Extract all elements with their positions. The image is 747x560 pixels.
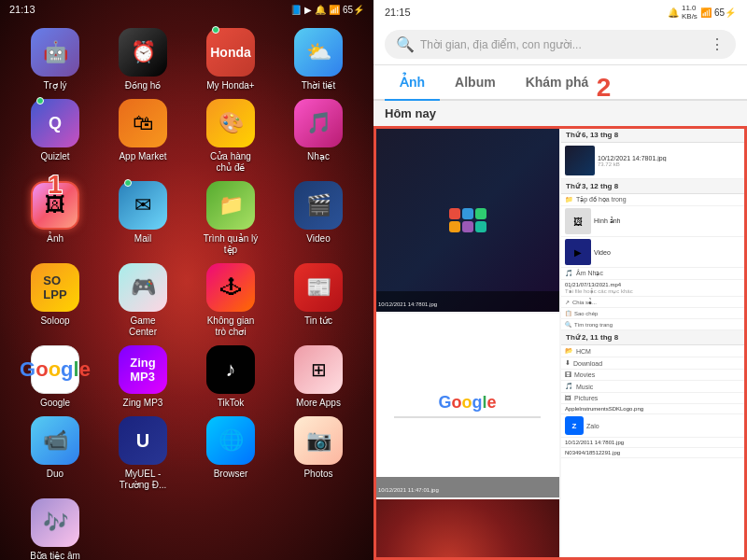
folder-music[interactable]: 🎵 Music [561, 381, 745, 393]
app-label-clock: Đồng hồ [125, 80, 162, 91]
app-soloop[interactable]: SOLPP Soloop [15, 263, 95, 338]
app-label-news: Tin tức [304, 315, 332, 327]
app-label-duo: Duo [47, 469, 63, 480]
tab-anh[interactable]: Ảnh [385, 65, 440, 101]
tab-album[interactable]: Album [440, 65, 511, 101]
app-icon-chude[interactable]: 🎨 [206, 99, 255, 147]
app-bua[interactable]: 🎶 Bữa tiệc âm nhạc [15, 498, 95, 560]
tab-khamppha[interactable]: Khám phá 2 [511, 65, 604, 101]
app-tiktok[interactable]: ♪ TikTok [190, 345, 271, 409]
folder-movies[interactable]: 🎞 Movies [561, 370, 745, 381]
left-photo-column: 10/12/2021 14:7801.jpg Google 10/12/2021… [375, 128, 559, 560]
moreapps-icon: ⊞ [311, 358, 327, 381]
app-icon-news[interactable]: 📰 [294, 263, 343, 312]
photo-cell-1[interactable]: 10/12/2021 14:7801.jpg [375, 128, 559, 312]
photo-cell-3[interactable] [375, 499, 559, 560]
app-icon-soloop[interactable]: SOLPP [31, 263, 79, 312]
file-item-zalo[interactable]: Z Zalo [561, 414, 745, 438]
date-header-3: Thứ 2, 11 thg 8 [561, 330, 745, 345]
app-chude[interactable]: 🎨 Cửa hàng chủ đề [190, 99, 271, 174]
file-item-img1[interactable]: 10/12/2011 14:7801.jpg [561, 438, 745, 448]
file-name-hinh: Hình ảnh [594, 217, 741, 225]
app-icon-google[interactable]: Google [31, 345, 79, 394]
app-icon-space[interactable]: 🕹 [206, 263, 255, 312]
app-label-browser: Browser [214, 469, 248, 480]
app-icon-honda[interactable]: Honda [206, 28, 255, 77]
file-item-mp4[interactable]: 01/21/07/13/2021.mp4 Tải file hoặc các m… [561, 280, 745, 297]
app-icon-assistant[interactable]: 🤖 [31, 28, 79, 77]
file-item-search[interactable]: 🔍 Tìm trong trang [561, 319, 745, 330]
app-icon-moreapps[interactable]: ⊞ [294, 345, 343, 394]
file-item-copy[interactable]: 📋 Sao chép [561, 308, 745, 319]
file-item-share[interactable]: ↗ Chia sẻ... [561, 297, 745, 308]
app-space[interactable]: 🕹 Không gian trò chơi [190, 263, 271, 338]
file-item-video[interactable]: ▶ Video [561, 237, 745, 268]
app-label-soloop: Soloop [40, 315, 69, 327]
app-appmarket[interactable]: 🛍 App Market [103, 99, 183, 174]
app-photos-highlighted[interactable]: 1 🖼 Ảnh [15, 181, 95, 256]
app-label-assistant: Trợ lý [43, 80, 66, 91]
app-duo[interactable]: 📹 Duo [15, 416, 95, 491]
folder-download[interactable]: ⬇ Download [561, 357, 745, 370]
app-icon-tiktok[interactable]: ♪ [206, 345, 255, 394]
file-item-img2[interactable]: N03494/18512291.jpg [561, 448, 745, 458]
app-icon-bua[interactable]: 🎶 [31, 498, 79, 547]
app-zing[interactable]: ZingMP3 Zing MP3 [103, 345, 183, 409]
media-icon: ▶ [304, 5, 312, 15]
app-icon-photos2[interactable]: 📷 [294, 416, 343, 465]
photo-cell-2[interactable]: Google 10/12/2021 11:47:01.jpg [375, 314, 559, 497]
section-header-tap: 📁 Tập đồ họa trong [561, 194, 745, 206]
app-icon-mail[interactable]: ✉ [119, 181, 167, 230]
app-icon-browser[interactable]: 🌐 [206, 416, 255, 465]
assistant-icon: 🤖 [43, 40, 68, 64]
app-icon-weather[interactable]: ⛅ [294, 28, 343, 77]
app-myuel[interactable]: U MyUEL - Trường Đ... [103, 416, 183, 491]
app-google[interactable]: Google Google [15, 345, 95, 409]
app-weather[interactable]: ⛅ Thời tiết [278, 28, 359, 91]
app-icon-appmarket[interactable]: 🛍 [119, 99, 167, 147]
tiktok-icon: ♪ [226, 357, 236, 382]
app-nhac[interactable]: 🎵 Nhạc [278, 99, 359, 174]
app-icon-zing[interactable]: ZingMP3 [119, 345, 167, 394]
app-video[interactable]: 🎬 Video [278, 181, 359, 256]
app-icon-duo[interactable]: 📹 [31, 416, 79, 465]
app-icon-clock[interactable]: ⏰ [119, 28, 167, 77]
app-assistant[interactable]: 🤖 Trợ lý [15, 28, 95, 91]
date-header-2: Thứ 3, 12 thg 8 [561, 179, 745, 194]
search-placeholder-text: Thời gian, địa điểm, con người... [420, 38, 704, 51]
quizlet-icon: Q [49, 114, 62, 133]
file-thumb-1 [565, 146, 595, 175]
app-mail[interactable]: ✉ Mail [103, 181, 183, 256]
app-game[interactable]: 🎮 Game Center [103, 263, 183, 338]
clock-icon: ⏰ [131, 40, 156, 64]
app-moreapps[interactable]: ⊞ More Apps [278, 345, 359, 409]
app-quizlet[interactable]: Q Quizlet [15, 99, 95, 174]
mail-icon: ✉ [134, 193, 151, 217]
folder-pictures[interactable]: 🖼 Pictures [561, 393, 745, 404]
folder-hcm[interactable]: 📂 HCM [561, 345, 745, 357]
file-apple[interactable]: AppleInstrumentsSDKLogo.png [561, 404, 745, 414]
file-item-1[interactable]: 10/12/2021 14:7801.jpg 73.72 kB [561, 143, 745, 179]
app-icon-quizlet[interactable]: Q [31, 99, 79, 147]
app-icon-nhac[interactable]: 🎵 [294, 99, 343, 147]
file-name-video: Video [594, 249, 741, 256]
status-bar-left: 21:13 📘 ▶ 🔔 📶 65⚡ [0, 0, 374, 19]
photos-grid-container: 10/12/2021 14:7801.jpg Google 10/12/2021… [374, 126, 747, 560]
app-label-file: Trình quản lý tệp [203, 233, 259, 256]
app-browser[interactable]: 🌐 Browser [190, 416, 271, 491]
music-folder-icon: 🎵 [565, 270, 573, 277]
app-file[interactable]: 📁 Trình quản lý tệp [190, 181, 271, 256]
app-news[interactable]: 📰 Tin tức [278, 263, 359, 338]
app-icon-game[interactable]: 🎮 [119, 263, 167, 312]
app-icon-video[interactable]: 🎬 [294, 181, 343, 230]
app-icon-file[interactable]: 📁 [206, 181, 255, 230]
app-photos2[interactable]: 📷 Photos [278, 416, 359, 491]
app-honda[interactable]: Honda My Honda+ [190, 28, 271, 91]
app-clock[interactable]: ⏰ Đồng hồ [103, 28, 183, 91]
app-icon-myuel[interactable]: U [119, 416, 167, 465]
search-container[interactable]: 🔍 Thời gian, địa điểm, con người... ⋮ [385, 30, 736, 59]
more-options-icon[interactable]: ⋮ [710, 35, 725, 53]
file-item-hinh[interactable]: 🖼 Hình ảnh [561, 206, 745, 237]
app-label-chude: Cửa hàng chủ đề [203, 151, 259, 174]
app-label-nhac: Nhạc [307, 151, 330, 162]
